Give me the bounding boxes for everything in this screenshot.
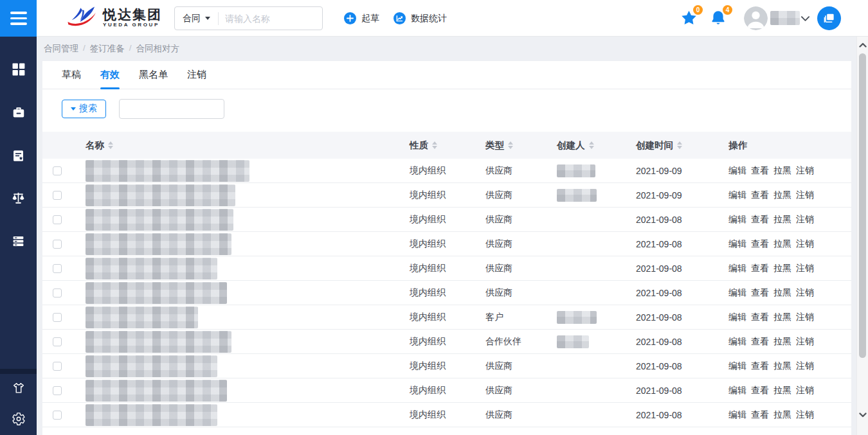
view-action[interactable]: 查看 (751, 360, 769, 372)
edit-action[interactable]: 编辑 (728, 360, 746, 372)
blacklist-action[interactable]: 拉黑 (773, 385, 791, 396)
edit-action[interactable]: 编辑 (728, 263, 746, 274)
sort-icon[interactable] (589, 141, 594, 150)
row-checkbox[interactable] (53, 362, 62, 371)
deregister-action[interactable]: 注销 (796, 263, 814, 274)
scroll-down-arrow[interactable] (857, 408, 868, 422)
row-checkbox[interactable] (53, 337, 62, 346)
edit-action[interactable]: 编辑 (728, 312, 746, 323)
row-checkbox[interactable] (53, 166, 62, 175)
row-checkbox[interactable] (53, 313, 62, 322)
view-action[interactable]: 查看 (751, 336, 769, 348)
blacklist-action[interactable]: 拉黑 (773, 190, 791, 201)
breadcrumb-item-1[interactable]: 合同管理 (44, 43, 78, 55)
nature-cell: 境内组织 (410, 287, 485, 299)
global-search-input[interactable] (219, 13, 322, 24)
redacted-name (86, 258, 217, 280)
row-checkbox[interactable] (53, 411, 62, 420)
deregister-action[interactable]: 注销 (796, 214, 814, 226)
user-menu-chevron[interactable] (800, 13, 810, 25)
sidebar-item-theme[interactable] (11, 380, 26, 396)
breadcrumb-item-2[interactable]: 签订准备 (90, 43, 125, 55)
favorites-button[interactable]: 0 (680, 10, 698, 27)
tab-blacklist[interactable]: 黑名单 (139, 61, 168, 89)
tab-deregistered[interactable]: 注销 (187, 61, 206, 89)
statistics-button[interactable]: 数据统计 (393, 0, 447, 37)
tab-draft[interactable]: 草稿 (62, 61, 81, 89)
sort-icon[interactable] (508, 141, 513, 150)
sort-icon[interactable] (432, 141, 437, 150)
row-checkbox[interactable] (53, 240, 62, 249)
deregister-action[interactable]: 注销 (796, 238, 814, 250)
edit-action[interactable]: 编辑 (728, 238, 746, 250)
row-checkbox[interactable] (53, 191, 62, 200)
deregister-action[interactable]: 注销 (796, 312, 814, 323)
table-row: 境内组织 合作伙伴 2021-09-08 编辑 查看 拉黑 注销 (42, 330, 851, 354)
view-action[interactable]: 查看 (751, 214, 769, 226)
type-cell: 供应商 (485, 385, 557, 396)
table-row: 境内组织 供应商 2021-09-08 编辑 查看 拉黑 注销 (42, 354, 851, 378)
blacklist-action[interactable]: 拉黑 (773, 263, 791, 274)
vertical-scrollbar[interactable] (856, 37, 868, 435)
view-action[interactable]: 查看 (751, 238, 769, 250)
sidebar-item-business[interactable] (11, 105, 26, 120)
deregister-action[interactable]: 注销 (796, 165, 814, 177)
apps-button[interactable] (817, 6, 841, 30)
breadcrumb-item-3[interactable]: 合同相对方 (136, 43, 180, 55)
sidebar-item-contracts[interactable] (11, 148, 26, 163)
blacklist-action[interactable]: 拉黑 (773, 165, 791, 177)
scrollbar-thumb[interactable] (859, 53, 866, 358)
type-cell: 供应商 (485, 409, 557, 421)
row-checkbox[interactable] (53, 386, 62, 395)
redacted-name (86, 306, 198, 328)
view-action[interactable]: 查看 (751, 190, 769, 201)
search-button[interactable]: 搜索 (62, 100, 106, 118)
row-checkbox[interactable] (53, 215, 62, 224)
deregister-action[interactable]: 注销 (796, 190, 814, 201)
view-action[interactable]: 查看 (751, 287, 769, 299)
sidebar-item-legal[interactable] (11, 190, 26, 206)
blacklist-action[interactable]: 拉黑 (773, 238, 791, 250)
sidebar-item-dashboard[interactable] (11, 62, 26, 77)
deregister-action[interactable]: 注销 (796, 287, 814, 299)
user-avatar[interactable] (744, 6, 768, 30)
view-action[interactable]: 查看 (751, 263, 769, 274)
search-category-select[interactable]: 合同 (175, 13, 218, 24)
scroll-up-arrow[interactable] (857, 38, 868, 52)
blacklist-action[interactable]: 拉黑 (773, 214, 791, 226)
edit-action[interactable]: 编辑 (728, 385, 746, 396)
chart-circle-icon (393, 12, 406, 24)
row-checkbox[interactable] (53, 289, 62, 297)
blacklist-action[interactable]: 拉黑 (773, 287, 791, 299)
filter-input[interactable] (119, 99, 224, 119)
hamburger-menu-button[interactable] (0, 0, 37, 37)
edit-action[interactable]: 编辑 (728, 287, 746, 299)
blacklist-action[interactable]: 拉黑 (773, 360, 791, 372)
view-action[interactable]: 查看 (751, 385, 769, 396)
edit-action[interactable]: 编辑 (728, 214, 746, 226)
blacklist-action[interactable]: 拉黑 (773, 312, 791, 323)
tab-active[interactable]: 有效 (100, 61, 120, 89)
deregister-action[interactable]: 注销 (796, 360, 814, 372)
type-cell: 供应商 (485, 360, 557, 372)
notifications-button[interactable]: 4 (710, 10, 727, 27)
sidebar-item-settings[interactable] (11, 411, 26, 427)
sort-icon[interactable] (677, 141, 682, 150)
notifications-badge: 4 (723, 5, 732, 15)
edit-action[interactable]: 编辑 (728, 336, 746, 348)
draft-button[interactable]: 起草 (344, 0, 379, 37)
blacklist-action[interactable]: 拉黑 (773, 336, 791, 348)
edit-action[interactable]: 编辑 (728, 165, 746, 177)
deregister-action[interactable]: 注销 (796, 336, 814, 348)
edit-action[interactable]: 编辑 (728, 190, 746, 201)
edit-action[interactable]: 编辑 (728, 409, 746, 421)
row-checkbox[interactable] (53, 264, 62, 273)
view-action[interactable]: 查看 (751, 165, 769, 177)
sort-icon[interactable] (108, 141, 113, 150)
deregister-action[interactable]: 注销 (796, 385, 814, 396)
sidebar-item-archive[interactable] (11, 233, 26, 249)
blacklist-action[interactable]: 拉黑 (773, 409, 791, 421)
view-action[interactable]: 查看 (751, 409, 769, 421)
deregister-action[interactable]: 注销 (796, 409, 814, 421)
view-action[interactable]: 查看 (751, 312, 769, 323)
